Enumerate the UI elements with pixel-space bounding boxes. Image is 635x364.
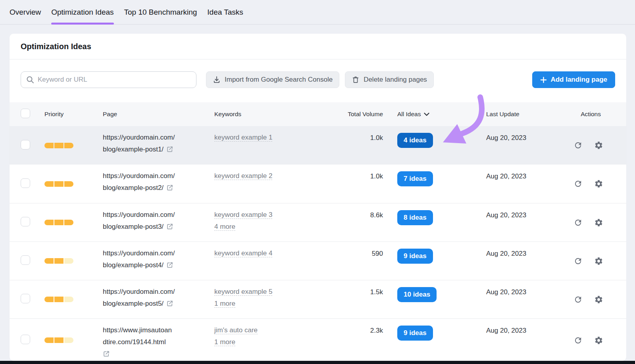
priority-bar <box>44 258 103 264</box>
keyword-link[interactable]: keyword example 4 <box>214 249 272 257</box>
external-link-icon[interactable] <box>166 261 173 268</box>
page-url: https://yourdomain.com/ blog/example-pos… <box>103 280 214 310</box>
table-body: https://yourdomain.com/ blog/example-pos… <box>10 126 626 361</box>
keywords-cell: keyword example 1 <box>214 126 314 144</box>
gear-icon <box>594 257 603 266</box>
keyword-link[interactable]: keyword example 3 <box>214 211 272 219</box>
page-url: https://yourdomain.com/ blog/example-pos… <box>103 126 214 155</box>
keyword-link[interactable]: jim's auto care <box>214 326 258 334</box>
page-title: Optimization Ideas <box>10 34 626 59</box>
add-landing-page-button[interactable]: Add landing page <box>532 71 615 88</box>
priority-segment <box>44 337 54 343</box>
keywords-cell: keyword example 4 <box>214 242 314 259</box>
ideas-button[interactable]: 8 ideas <box>397 210 433 225</box>
delete-landing-pages-label: Delete landing pages <box>364 76 427 84</box>
row-checkbox[interactable] <box>21 178 30 188</box>
add-landing-page-label: Add landing page <box>550 76 607 84</box>
settings-button[interactable] <box>594 179 603 188</box>
plus-icon <box>540 77 547 83</box>
row-checkbox[interactable] <box>21 217 30 226</box>
external-link-icon[interactable] <box>103 350 110 357</box>
more-keywords-link[interactable]: 4 more <box>214 223 235 231</box>
priority-bar <box>44 297 103 302</box>
col-header-priority: Priority <box>44 111 103 118</box>
priority-segment <box>64 220 73 225</box>
table-row: https://yourdomain.com/ blog/example-pos… <box>10 280 626 318</box>
priority-segment <box>54 297 64 302</box>
last-update: Aug 20, 2023 <box>486 319 560 335</box>
priority-segment <box>44 258 54 264</box>
keyword-link[interactable]: keyword example 5 <box>214 288 272 296</box>
col-header-all-ideas[interactable]: All Ideas <box>383 111 486 118</box>
chevron-down-icon <box>424 113 429 116</box>
ideas-button[interactable]: 9 ideas <box>397 326 433 341</box>
priority-segment <box>44 181 54 187</box>
tab-idea-tasks[interactable]: Idea Tasks <box>207 0 243 24</box>
keywords-cell: keyword example 3 4 more <box>214 203 314 233</box>
refresh-button[interactable] <box>573 336 583 345</box>
refresh-icon <box>573 218 583 227</box>
tab-overview[interactable]: Overview <box>10 0 41 24</box>
tab-optimization-ideas[interactable]: Optimization Ideas <box>51 0 114 24</box>
ideas-button[interactable]: 9 ideas <box>397 249 433 264</box>
external-link-icon[interactable] <box>166 184 173 191</box>
settings-button[interactable] <box>594 218 603 227</box>
col-header-last-update: Last Update <box>486 111 560 118</box>
optimization-ideas-card: Optimization Ideas Import from Google Se… <box>10 34 626 361</box>
download-icon <box>213 76 221 84</box>
all-ideas-label: All Ideas <box>397 111 421 118</box>
gear-icon <box>594 336 603 345</box>
toolbar: Import from Google Search Console Delete… <box>21 71 615 88</box>
refresh-button[interactable] <box>573 257 583 266</box>
col-header-actions: Actions <box>560 111 626 118</box>
last-update: Aug 20, 2023 <box>486 280 560 296</box>
import-gsc-button[interactable]: Import from Google Search Console <box>206 71 339 88</box>
refresh-icon <box>573 257 583 266</box>
external-link-icon[interactable] <box>166 300 173 307</box>
priority-bar <box>44 181 103 187</box>
keywords-cell: keyword example 5 1 more <box>214 280 314 310</box>
total-volume: 1.0k <box>314 165 383 180</box>
refresh-button[interactable] <box>573 179 583 188</box>
tab-bar: Overview Optimization Ideas Top 10 Bench… <box>0 0 635 25</box>
table-row: https://www.jimsautoan dtire.com/19144.h… <box>10 318 626 361</box>
last-update: Aug 20, 2023 <box>486 126 560 142</box>
more-keywords-link[interactable]: 1 more <box>214 300 235 308</box>
row-checkbox[interactable] <box>21 294 30 303</box>
row-checkbox[interactable] <box>21 255 30 265</box>
gear-icon <box>594 218 603 227</box>
total-volume: 590 <box>314 242 383 258</box>
ideas-button[interactable]: 4 ideas <box>397 133 433 148</box>
priority-segment <box>54 258 64 264</box>
row-checkbox[interactable] <box>21 335 30 344</box>
priority-bar <box>44 220 103 225</box>
page-url: https://yourdomain.com/ blog/example-pos… <box>103 203 214 233</box>
refresh-button[interactable] <box>573 218 583 227</box>
table-row: https://yourdomain.com/ blog/example-pos… <box>10 126 626 165</box>
keyword-link[interactable]: keyword example 1 <box>214 134 272 142</box>
select-all-checkbox[interactable] <box>21 109 30 118</box>
external-link-icon[interactable] <box>166 223 173 230</box>
page-url: https://yourdomain.com/ blog/example-pos… <box>103 242 214 271</box>
delete-landing-pages-button[interactable]: Delete landing pages <box>345 71 434 88</box>
settings-button[interactable] <box>594 257 603 266</box>
ideas-button[interactable]: 10 ideas <box>397 287 437 302</box>
gear-icon <box>594 179 603 188</box>
keyword-link[interactable]: keyword example 2 <box>214 172 272 180</box>
gear-icon <box>594 141 603 150</box>
refresh-button[interactable] <box>573 141 583 150</box>
external-link-icon[interactable] <box>166 146 173 153</box>
search-input[interactable] <box>38 76 191 84</box>
priority-segment <box>44 297 54 302</box>
settings-button[interactable] <box>594 336 603 345</box>
settings-button[interactable] <box>594 295 603 304</box>
tab-top10-benchmarking[interactable]: Top 10 Benchmarking <box>124 0 197 24</box>
ideas-button[interactable]: 7 ideas <box>397 171 433 186</box>
refresh-button[interactable] <box>573 295 583 304</box>
total-volume: 1.5k <box>314 280 383 296</box>
refresh-icon <box>573 336 583 345</box>
gear-icon <box>594 295 603 304</box>
more-keywords-link[interactable]: 1 more <box>214 338 235 346</box>
row-checkbox[interactable] <box>21 140 30 149</box>
settings-button[interactable] <box>594 141 603 150</box>
